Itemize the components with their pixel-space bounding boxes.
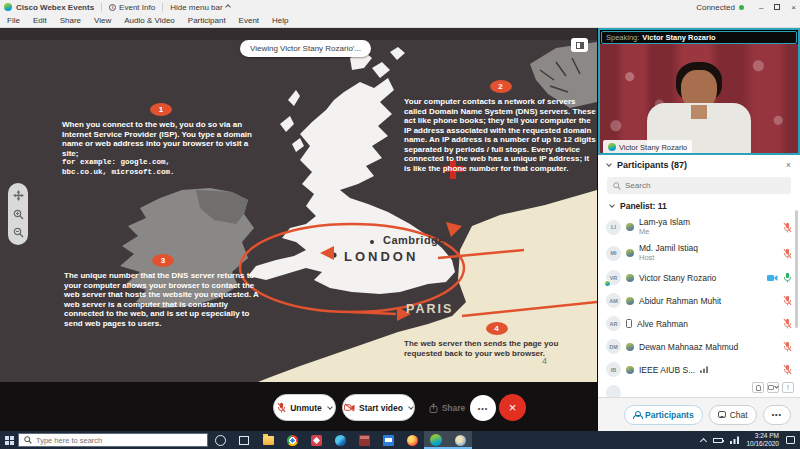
shared-slide: 1 When you connect to the web, you do so… [0,40,597,382]
speaking-label: Speaking: [606,33,639,42]
participant-row[interactable]: IB IEEE AIUB S... [598,358,800,381]
participants-toggle-button[interactable]: Participants [624,405,703,425]
slide-note-3: 3 The unique number that the DNS server … [64,254,262,328]
menu-item[interactable]: Edit [33,16,47,25]
mic-status-icon[interactable] [783,318,792,329]
layout-button[interactable] [571,38,588,52]
taskbar-app-button[interactable] [448,431,472,449]
slide-note-4: 4 The web server then sends the page you… [404,322,589,358]
taskbar-app-button[interactable] [232,431,256,449]
participant-row[interactable]: AM Abidur Rahman Muhit [598,289,800,312]
mic-status-icon[interactable] [783,272,792,283]
taskbar-app-button[interactable] [280,431,304,449]
taskbar-app-icon [359,435,370,446]
avatar: AR [606,316,621,331]
menu-item[interactable]: Help [272,16,288,25]
unmute-button[interactable]: Unmute [273,394,336,421]
battery-icon[interactable] [713,438,723,443]
right-panel: Speaking: Victor Stany Rozario Victor St… [597,28,800,431]
menu-item[interactable]: File [7,16,20,25]
search-input[interactable] [625,181,765,190]
avatar-initials: AR [610,321,618,327]
feedback-button[interactable] [767,382,779,393]
maximize-button[interactable] [774,4,780,10]
raise-hand-button[interactable] [752,382,764,393]
zoom-in-icon[interactable] [13,209,24,220]
participant-search[interactable] [607,177,791,194]
avatar [606,385,621,397]
participant-row[interactable]: VR Victor Stany Rozario [598,266,800,289]
taskbar-app-icon [263,436,274,445]
taskbar-app-icon [311,435,322,446]
search-icon [24,436,32,444]
viewing-status-text: Viewing Victor Stany Rozario'... [250,44,361,53]
more-panels-button[interactable]: ••• [763,405,791,425]
menu-item[interactable]: Share [60,16,81,25]
start-video-button[interactable]: Start video [342,394,415,421]
taskbar-app-button[interactable] [424,431,448,449]
windows-logo-icon [5,436,14,445]
menu-item[interactable]: Participant [188,16,226,25]
zoom-out-icon[interactable] [13,227,24,238]
mic-status-icon[interactable] [783,248,792,259]
pan-tool-icon[interactable] [13,190,24,201]
participant-row[interactable]: LI Lam-ya Islam Me [598,214,800,240]
event-info-button[interactable]: Event Info [119,3,155,12]
network-icon[interactable] [730,436,739,444]
camera-off-icon [344,403,355,412]
taskbar-clock[interactable]: 3:24 PM 10/16/2020 [746,432,779,448]
active-speaker-video[interactable]: Speaking: Victor Stany Rozario Victor St… [598,28,800,155]
note-text: The unique number that the DNS server re… [64,271,262,328]
taskbar-app-button[interactable] [400,431,424,449]
menu-item[interactable]: View [94,16,111,25]
mic-status-icon[interactable] [783,222,792,233]
taskbar-search-input[interactable] [36,436,186,445]
menu-item[interactable]: Audio & Video [124,16,175,25]
taskbar-app-button[interactable] [352,431,376,449]
taskbar-app-button[interactable] [208,431,232,449]
mic-status-icon[interactable] [783,295,792,306]
webex-ball-icon [626,343,634,351]
participant-row[interactable]: MI Md. Jamil Istiaq Host [598,240,800,266]
participant-role: Host [639,253,698,263]
slide-page-number: 4 [542,356,547,366]
mic-status-icon[interactable] [783,341,792,352]
taskbar-search[interactable] [18,433,208,447]
chevron-down-icon[interactable] [606,161,612,167]
webex-logo-icon [4,3,12,11]
action-center-icon[interactable] [786,436,795,444]
chat-icon [718,411,726,418]
chat-button[interactable]: Chat [709,405,757,425]
note-text: Your computer contacts a network of serv… [404,97,597,173]
share-icon [429,403,438,413]
close-panel-button[interactable]: × [786,160,791,170]
avatar: IB [606,362,621,377]
step-badge: 1 [150,103,172,116]
taskbar-app-button[interactable] [304,431,328,449]
more-options-button[interactable]: ••• [470,395,496,421]
alert-button[interactable]: ! [782,382,794,393]
hide-menu-bar-button[interactable]: Hide menu bar [170,3,222,12]
close-button[interactable]: × [791,3,796,12]
share-button[interactable]: Share [423,394,471,421]
taskbar-app-button[interactable] [328,431,352,449]
avatar-initials: DM [609,344,618,350]
participant-row[interactable]: DM Dewan Mahnaaz Mahmud [598,335,800,358]
tray-chevron-up-icon[interactable] [700,438,707,445]
taskbar-app-icon [239,436,249,445]
minimize-button[interactable]: – [759,3,763,12]
menu-item[interactable]: Event [239,16,259,25]
participant-row[interactable]: AR Alve Rahman [598,312,800,335]
chevron-down-icon[interactable] [408,404,414,410]
start-button[interactable] [0,431,18,449]
presentation-stage: 1 When you connect to the web, you do so… [0,28,597,431]
panelist-group-header[interactable]: Panelist: 11 [598,198,800,214]
taskbar-app-button[interactable] [376,431,400,449]
mic-status-icon[interactable] [783,364,792,375]
chevron-down-icon[interactable] [327,404,333,410]
clock-date: 10/16/2020 [746,440,779,448]
window-titlebar: Cisco Webex Events i Event Info Hide men… [0,0,800,14]
scrollbar[interactable] [795,210,798,328]
leave-meeting-button[interactable]: × [499,394,526,421]
taskbar-app-button[interactable] [256,431,280,449]
